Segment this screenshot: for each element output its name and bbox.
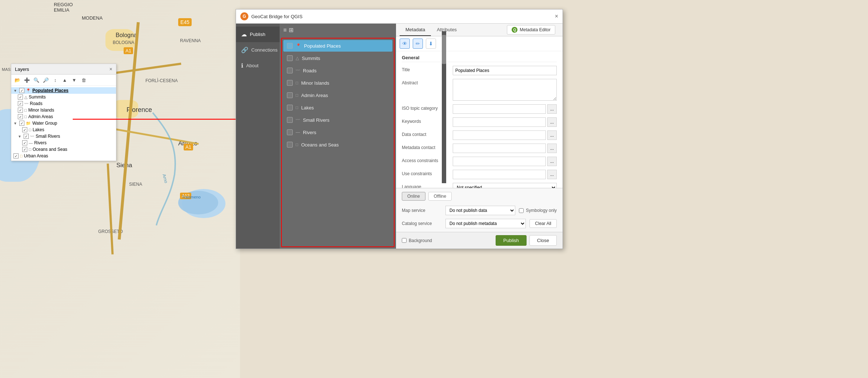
layer-item-small-rivers[interactable]: ▼ 〰 Small Rivers [16, 133, 116, 140]
metadata-contact-input[interactable] [453, 144, 546, 153]
title-input[interactable] [453, 66, 557, 75]
iso-input[interactable] [453, 104, 546, 114]
language-select[interactable]: Not specified English French German [453, 183, 557, 188]
layer-item-rivers[interactable]: — Rivers [20, 140, 116, 146]
city-label-ravenna: RAVENNA [180, 38, 201, 43]
dl-check-roads[interactable] [287, 68, 293, 73]
layer-item-populated-places[interactable]: ▼ 📍 Populated Places [11, 87, 116, 94]
dl-layer-item-populated-places[interactable]: 📍 Populated Places [283, 40, 392, 52]
form-row-abstract: Abstract [402, 79, 557, 101]
dl-layer-icon-oceans: □ [296, 142, 298, 147]
abstract-textarea[interactable] [453, 79, 557, 101]
dl-check-minor-islands[interactable] [287, 80, 293, 86]
dl-layer-icon-populated-places: 📍 [296, 43, 301, 48]
checkbox-lakes[interactable] [22, 127, 27, 132]
dl-layer-item-oceans[interactable]: □ Oceans and Seas [283, 139, 392, 150]
layers-move-down-icon[interactable]: ▼ [70, 76, 78, 84]
dl-layer-item-summits[interactable]: △ Summits [283, 52, 392, 64]
download-button[interactable]: ⬇ [426, 39, 436, 49]
layers-move-up-icon[interactable]: ▲ [61, 76, 69, 84]
checkbox-urban-areas[interactable] [13, 153, 19, 158]
clear-all-button[interactable]: Clear All [529, 219, 557, 228]
map-service-select[interactable]: Do not publish data GeoServer [445, 206, 515, 215]
dl-check-populated-places[interactable] [287, 43, 293, 49]
layers-open-icon[interactable]: 📂 [13, 76, 21, 84]
use-constraints-input[interactable] [453, 170, 546, 179]
layer-item-oceans[interactable]: □ Oceans and Seas [20, 146, 116, 153]
dialog-layers-scrollbar[interactable] [442, 31, 446, 183]
layer-item-lakes[interactable]: □ Lakes [20, 126, 116, 133]
layers-delete-icon[interactable]: 🗑 [80, 76, 88, 84]
layers-add-icon[interactable]: ➕ [23, 76, 31, 84]
nav-item-connections[interactable]: 🔗 Connections [236, 42, 280, 58]
checkbox-summits[interactable] [18, 94, 23, 100]
dl-check-small-rivers[interactable] [287, 117, 293, 123]
dl-layer-item-minor-islands[interactable]: □ Minor Islands [283, 77, 392, 89]
keywords-dots-button[interactable]: ... [547, 117, 557, 127]
dl-toolbar-icon-2[interactable]: ⊞ [289, 27, 293, 33]
checkbox-populated-places[interactable] [19, 88, 24, 93]
layers-panel-close[interactable]: × [109, 66, 112, 72]
layer-name-rivers: Rivers [34, 140, 114, 145]
dialog-close-button[interactable]: × [555, 13, 558, 20]
layer-item-minor-islands[interactable]: □ Minor Islands [16, 107, 116, 113]
iso-dots-button[interactable]: ... [547, 104, 557, 114]
checkbox-water-group[interactable] [19, 121, 24, 126]
city-label-siena: SIENA [129, 182, 142, 187]
offline-tab[interactable]: Offline [428, 192, 452, 201]
checkbox-admin-areas[interactable] [18, 114, 23, 119]
online-tab[interactable]: Online [402, 192, 425, 201]
layers-sort-icon[interactable]: ↕ [51, 76, 59, 84]
checkbox-minor-islands[interactable] [18, 108, 23, 113]
edit-button[interactable]: ✏ [413, 39, 423, 49]
checkbox-roads[interactable] [18, 101, 23, 106]
layers-panel: Layers × 📂 ➕ 🔍 🔎 ↕ ▲ ▼ 🗑 ▼ 📍 Populated P… [11, 64, 116, 161]
layers-filter2-icon[interactable]: 🔎 [42, 76, 50, 84]
dialog-layers-red-border: 📍 Populated Places △ Summits 〰 Roads [281, 38, 395, 247]
layer-item-admin-areas[interactable]: □ Admin Areas [16, 113, 116, 120]
dl-layer-item-rivers[interactable]: — Rivers [283, 126, 392, 138]
dl-layer-item-admin-areas[interactable]: □ Admin Areas [283, 89, 392, 101]
dl-check-oceans[interactable] [287, 142, 293, 148]
keywords-input[interactable] [453, 117, 546, 127]
layer-item-roads[interactable]: 〰 Roads [16, 100, 116, 107]
access-constraints-dots-button[interactable]: ... [547, 157, 557, 166]
nav-item-about[interactable]: ℹ About [236, 58, 280, 73]
dl-layer-item-small-rivers[interactable]: 〰 Small Rivers [283, 114, 392, 126]
checkbox-small-rivers[interactable] [24, 134, 29, 139]
layer-item-urban-areas[interactable]: □ Urban Areas [11, 153, 116, 159]
close-button[interactable]: Close [529, 235, 557, 246]
use-constraints-dots-button[interactable]: ... [547, 170, 557, 179]
dl-toolbar-icon-1[interactable]: ≡ [283, 27, 287, 33]
preview-button[interactable]: 👁 [400, 39, 410, 49]
data-contact-input[interactable] [453, 130, 546, 140]
tab-metadata[interactable]: Metadata [400, 24, 431, 36]
nav-item-publish[interactable]: ☁ Publish [236, 27, 280, 42]
layers-panel-title: Layers [15, 67, 29, 72]
dl-check-lakes[interactable] [287, 105, 293, 110]
layers-filter-icon[interactable]: 🔍 [32, 76, 40, 84]
background-checkbox[interactable] [402, 238, 407, 243]
dialog-title-left: G GeoCat Bridge for QGIS [240, 12, 303, 20]
checkbox-oceans[interactable] [22, 147, 27, 152]
dl-check-admin-areas[interactable] [287, 92, 293, 98]
form-row-language: Language Not specified English French Ge… [402, 183, 557, 188]
metadata-contact-dots-button[interactable]: ... [547, 144, 557, 153]
dl-layer-item-roads[interactable]: 〰 Roads [283, 65, 392, 76]
dl-layer-item-lakes[interactable]: □ Lakes [283, 102, 392, 113]
metadata-editor-button[interactable]: Q Metadata Editor [507, 25, 555, 35]
tab-attributes[interactable]: Attributes [431, 24, 463, 36]
dl-layer-name-oceans: Oceans and Seas [301, 142, 339, 148]
dl-check-summits[interactable] [287, 55, 293, 61]
catalog-service-select[interactable]: Do not publish metadata GeoNetwork [445, 219, 526, 228]
data-contact-dots-button[interactable]: ... [547, 130, 557, 140]
dl-layer-name-lakes: Lakes [301, 105, 314, 110]
publish-button[interactable]: Publish [496, 235, 527, 246]
checkbox-rivers[interactable] [22, 140, 27, 145]
layer-item-summits[interactable]: △ Summits [16, 94, 116, 100]
symbology-only-checkbox[interactable] [519, 208, 524, 213]
access-constraints-input[interactable] [453, 157, 546, 166]
layer-item-water-group[interactable]: ▼ 📁 Water Group [11, 120, 116, 126]
dl-check-rivers[interactable] [287, 129, 293, 135]
layer-name-minor-islands: Minor Islands [28, 108, 114, 113]
